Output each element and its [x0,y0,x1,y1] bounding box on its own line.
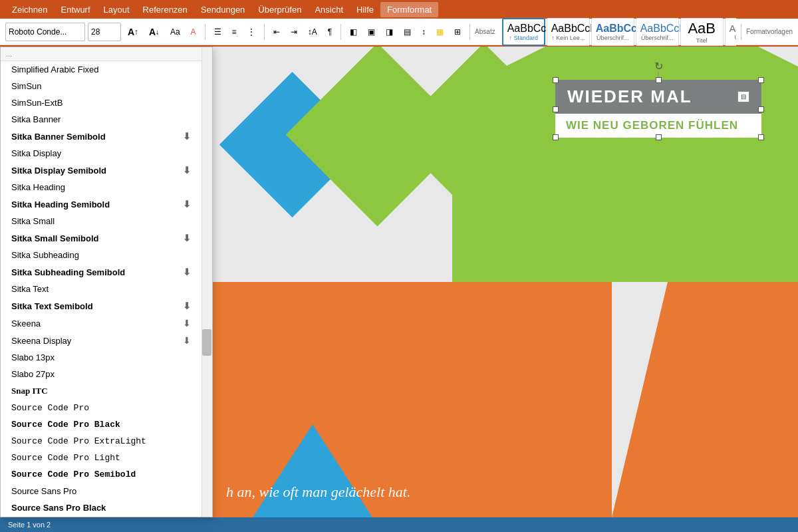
font-item-label: Skeena [11,319,183,329]
menu-entwurf[interactable]: Entwurf [54,2,96,17]
align-center-btn[interactable]: ▣ [364,23,379,41]
selection-container[interactable]: ↻ WIEDER MAL ⊟ WIE NEU GEBOREN FÜHLEN [555,80,761,138]
handle-mr[interactable] [758,106,764,112]
font-list-item[interactable]: Simplified Arabic Fixed [1,61,201,78]
download-icon: ⬇ [183,318,191,329]
align-left-btn[interactable]: ◧ [346,23,361,41]
font-item-label: Slabo 27px [11,369,191,379]
handle-tc[interactable] [656,77,662,83]
font-increase-btn[interactable]: A↑ [124,23,142,41]
font-list-item[interactable]: Sitka Subheading [1,247,201,263]
style-title[interactable]: AaB Titel [680,18,724,46]
font-list-item[interactable]: Sitka Display [1,145,201,162]
handle-ml[interactable] [553,106,559,112]
layout-options-btn[interactable]: ⊟ [737,91,749,102]
font-list-item[interactable]: Source Code Pro Black [1,416,201,433]
separator-absatz [469,24,470,40]
font-decrease-btn[interactable]: A↓ [145,23,164,41]
scrollbar[interactable] [201,47,212,517]
font-list-item[interactable]: Source Code Pro Light [1,450,201,466]
download-icon: ⬇ [183,267,191,277]
style-subtitle[interactable]: AaBbCcD Untertitel [725,18,736,46]
font-list-item[interactable]: Sitka Text [1,281,201,297]
menu-zeichnen[interactable]: Zeichnen [5,2,54,17]
font-item-label: Source Code Pro ExtraLight [11,436,191,446]
font-list-item[interactable]: Sitka Heading [1,179,201,196]
indent-btn[interactable]: ⇥ [287,23,301,41]
style-heading1-preview: AaBbCc [596,23,630,35]
menu-layout[interactable]: Layout [97,2,136,17]
menu-ansicht[interactable]: Ansicht [308,2,350,17]
absatz-label: Absatz [475,28,495,35]
font-list-item[interactable]: Source Sans Pro [1,483,201,499]
font-item-label: Sitka Subheading Semibold [11,267,183,277]
font-color-btn[interactable]: A [187,23,200,41]
style-heading2[interactable]: AaBbCcD Überschrif... [636,18,679,46]
menu-referenzen[interactable]: Referenzen [136,2,194,17]
outdent-btn[interactable]: ⇤ [269,23,284,41]
menu-hilfe[interactable]: Hilfe [350,2,380,17]
font-list-item[interactable]: Sitka Subheading Semibold⬇ [1,263,201,281]
statusbar: Seite 1 von 2 [0,517,798,532]
font-list-item[interactable]: SimSun [1,78,201,94]
align-right-btn[interactable]: ◨ [382,23,397,41]
sort-btn[interactable]: ↕A [304,23,321,41]
style-heading2-label: Überschrif... [640,35,674,41]
main-container: ... Simplified Arabic FixedSimSunSimSun-… [0,47,798,517]
style-standard-preview: AaBbCcD [507,23,540,35]
font-list-item[interactable]: Source Code Pro ExtraLight [1,433,201,450]
separator-format [741,24,741,40]
border-btn[interactable]: ⊞ [450,23,465,41]
menu-formformat[interactable]: Formformat [380,2,438,17]
font-list-item[interactable]: Slabo 13px [1,349,201,366]
font-list-item[interactable]: Sitka Banner [1,111,201,128]
font-list-item[interactable]: Sitka Text Semibold⬇ [1,297,201,315]
font-list-item[interactable]: Skeena Display⬇ [1,332,201,349]
font-list-item[interactable]: Snap ITC [1,382,201,400]
font-list-item[interactable]: Skeena⬇ [1,315,201,332]
style-heading1[interactable]: AaBbCc Überschrif... [591,18,634,46]
font-list-item[interactable]: Source Sans Pro Black [1,499,201,516]
handle-tl[interactable] [553,77,559,83]
font-list-item[interactable]: Source Code Pro Semibold [1,466,201,483]
line-spacing-btn[interactable]: ↕ [418,23,430,41]
handle-bc[interactable] [656,134,662,140]
blue-triangle-container [253,424,372,517]
font-list-item[interactable]: SimSun-ExtB [1,94,201,111]
bullet-list-btn[interactable]: ☰ [210,23,225,41]
font-list-item[interactable]: Sitka Small Semibold⬇ [1,229,201,247]
shading-btn[interactable]: ▦ [432,23,448,41]
italic-text: h an, wie oft man gelächelt hat. [226,483,410,501]
style-no-spacing[interactable]: AaBbCcD ↑ Kein Lee... [547,18,590,46]
font-item-label: Simplified Arabic Fixed [11,65,191,74]
font-item-label: Sitka Banner [11,114,191,124]
font-list-item[interactable]: Slabo 27px [1,366,201,382]
font-list-item[interactable]: Sitka Small [1,213,201,229]
multilevel-list-btn[interactable]: ⋮ [243,23,259,41]
font-list-item[interactable]: Sitka Banner Semibold⬇ [1,128,201,145]
font-item-label: SimSun [11,81,191,91]
handle-bl[interactable] [553,134,559,140]
align-justify-btn[interactable]: ▤ [400,23,415,41]
font-list-item[interactable]: Sitka Display Semibold⬇ [1,162,201,179]
font-item-label: Source Code Pro Light [11,453,191,463]
handle-br[interactable] [758,134,764,140]
numbered-list-btn[interactable]: ≡ [228,23,241,41]
wieder-mal-box[interactable]: WIEDER MAL ⊟ [555,80,761,114]
font-list-item[interactable]: Source Code Pro [1,400,201,416]
style-standard[interactable]: AaBbCcD ↑ Standard [502,18,545,46]
font-item-label: Sitka Heading Semibold [11,200,183,209]
font-item-label: Snap ITC [11,386,191,396]
font-list-item[interactable]: Sitka Heading Semibold⬇ [1,196,201,213]
font-selector[interactable] [5,23,85,41]
scrollbar-thumb[interactable] [202,329,211,356]
menu-ueberpruefen[interactable]: Überprüfen [251,2,308,17]
font-dropdown[interactable]: ... Simplified Arabic FixedSimSunSimSun-… [0,47,213,517]
font-item-label: Source Sans Pro Black [11,503,191,513]
style-presets-row: AaBbCcD ↑ Standard AaBbCcD ↑ Kein Lee...… [502,18,736,46]
handle-tr[interactable] [758,77,764,83]
menu-sendungen[interactable]: Sendungen [194,2,252,17]
font-size-input[interactable] [88,23,121,41]
paragraph-marks-btn[interactable]: ¶ [324,23,336,41]
change-case-btn[interactable]: Aa [166,23,184,41]
